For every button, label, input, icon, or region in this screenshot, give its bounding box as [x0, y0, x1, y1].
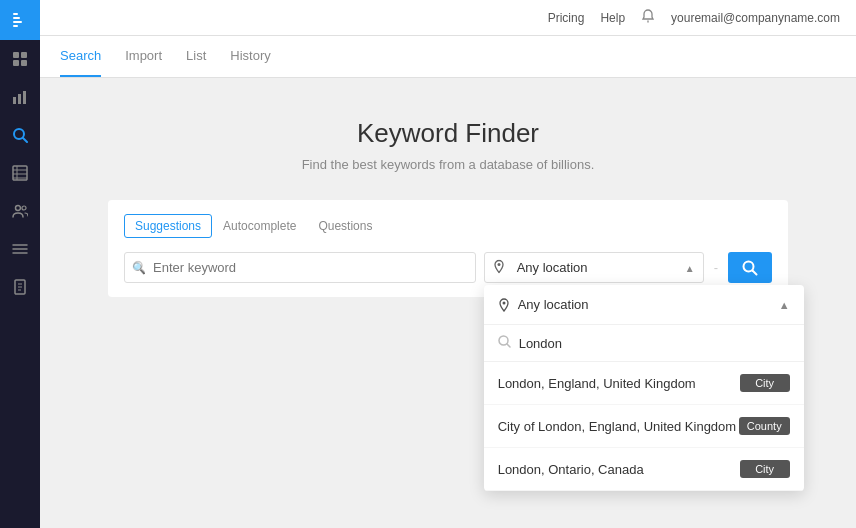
svg-line-29 [142, 269, 145, 272]
dropdown-search-icon [498, 335, 511, 351]
svg-line-12 [23, 138, 27, 142]
svg-point-19 [22, 206, 26, 210]
keyword-input[interactable] [124, 252, 476, 283]
svg-line-33 [507, 344, 510, 347]
tab-suggestions[interactable]: Suggestions [124, 214, 212, 238]
location-badge-2: City [740, 460, 790, 478]
svg-rect-9 [18, 94, 21, 104]
dropdown-results: London, England, United Kingdom City Cit… [484, 362, 804, 491]
svg-point-18 [16, 206, 21, 211]
search-row: Any location ▲ Any locati [124, 252, 772, 283]
svg-rect-4 [13, 52, 19, 58]
location-result-1[interactable]: City of London, England, United Kingdom … [484, 405, 804, 448]
search-button[interactable] [728, 252, 772, 283]
page-subtitle: Find the best keywords from a database o… [302, 157, 595, 172]
svg-rect-0 [13, 13, 18, 15]
location-result-text-2: London, Ontario, Canada [498, 462, 740, 477]
location-trigger: Any location ▲ Any locati [484, 252, 704, 283]
sidebar [0, 0, 40, 528]
pricing-link[interactable]: Pricing [548, 11, 585, 25]
separator: - [712, 252, 720, 283]
svg-point-28 [134, 261, 142, 269]
tab-questions[interactable]: Questions [307, 214, 383, 238]
topbar: Pricing Help youremail@companyname.com [40, 0, 856, 36]
location-badge-1: County [739, 417, 790, 435]
sidebar-logo [0, 0, 40, 40]
svg-rect-7 [21, 60, 27, 66]
location-result-text-0: London, England, United Kingdom [498, 376, 740, 391]
location-pin-icon [493, 259, 505, 276]
list-icon[interactable] [0, 230, 40, 268]
subnav-list[interactable]: List [186, 36, 206, 77]
svg-rect-3 [13, 25, 18, 27]
svg-rect-1 [13, 17, 20, 19]
subnav-search[interactable]: Search [60, 36, 101, 77]
chart-icon[interactable] [0, 78, 40, 116]
svg-point-30 [497, 263, 500, 266]
subnav: Search Import List History [40, 36, 856, 78]
search-button-icon [742, 260, 758, 276]
svg-rect-6 [13, 60, 19, 66]
svg-rect-10 [23, 91, 26, 104]
svg-line-35 [753, 270, 757, 274]
panel-tabs: Suggestions Autocomplete Questions [124, 214, 772, 238]
location-button[interactable]: Any location ▲ [484, 252, 704, 283]
location-dropdown: Any location ▲ [484, 285, 804, 491]
table-icon[interactable] [0, 154, 40, 192]
user-email[interactable]: youremail@companyname.com [671, 11, 840, 25]
location-badge-0: City [740, 374, 790, 392]
svg-point-31 [502, 301, 505, 304]
location-result-text-1: City of London, England, United Kingdom [498, 419, 739, 434]
page-body: Keyword Finder Find the best keywords fr… [40, 78, 856, 528]
keyword-icon[interactable] [0, 116, 40, 154]
svg-rect-2 [13, 21, 22, 23]
dropdown-header[interactable]: Any location ▲ [484, 285, 804, 325]
svg-rect-5 [21, 52, 27, 58]
page-title: Keyword Finder [357, 118, 539, 149]
location-label: Any location [517, 260, 588, 275]
grid-icon[interactable] [0, 40, 40, 78]
location-search-input[interactable] [519, 336, 790, 351]
search-panel: Suggestions Autocomplete Questions [108, 200, 788, 297]
svg-rect-8 [13, 97, 16, 104]
dropdown-chevron-icon: ▲ [779, 299, 790, 311]
location-result-0[interactable]: London, England, United Kingdom City [484, 362, 804, 405]
main-area: Pricing Help youremail@companyname.com S… [40, 0, 856, 528]
help-link[interactable]: Help [600, 11, 625, 25]
location-result-2[interactable]: London, Ontario, Canada City [484, 448, 804, 491]
dropdown-header-content: Any location [498, 297, 589, 312]
keyword-search-icon [133, 260, 145, 275]
notification-icon[interactable] [641, 9, 655, 26]
doc-icon[interactable] [0, 268, 40, 306]
chevron-up-icon: ▲ [685, 262, 695, 273]
subnav-history[interactable]: History [230, 36, 270, 77]
dropdown-search-row [484, 325, 804, 362]
people-icon[interactable] [0, 192, 40, 230]
dropdown-pin-icon [498, 298, 510, 312]
keyword-input-wrapper [124, 252, 476, 283]
subnav-import[interactable]: Import [125, 36, 162, 77]
dropdown-any-location: Any location [518, 297, 589, 312]
tab-autocomplete[interactable]: Autocomplete [212, 214, 307, 238]
